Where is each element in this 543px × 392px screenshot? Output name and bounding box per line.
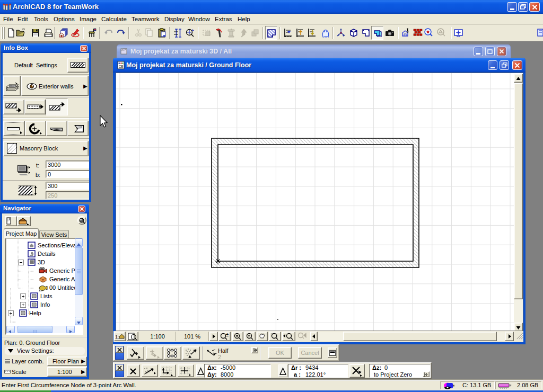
- svg-text:1:: 1:: [115, 334, 119, 340]
- svg-text:±: ±: [226, 332, 229, 337]
